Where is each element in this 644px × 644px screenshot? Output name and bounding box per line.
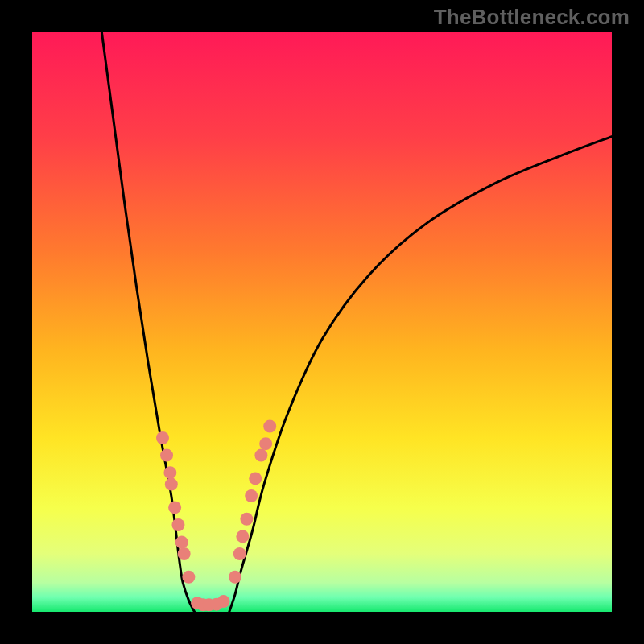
marker-cluster-left-dot [160, 449, 173, 462]
marker-cluster-left-dot [156, 431, 169, 444]
marker-cluster-left-dot [171, 518, 184, 531]
chart-frame: TheBottleneck.com [0, 0, 644, 644]
marker-cluster-right-dot [233, 547, 246, 560]
marker-cluster-left-dot [168, 501, 181, 514]
marker-cluster-right-dot [236, 530, 249, 543]
plot-area [32, 32, 612, 612]
marker-cluster-left-dot [165, 478, 178, 491]
marker-cluster-right-dot [240, 513, 253, 526]
marker-cluster-right-dot [263, 420, 276, 433]
marker-cluster-right-dot [229, 571, 242, 584]
marker-cluster-left-dot [163, 466, 176, 479]
marker-cluster-right-dot [254, 449, 267, 462]
marker-cluster-right-dot [245, 489, 258, 502]
right-curve [229, 137, 612, 612]
watermark-label: TheBottleneck.com [434, 5, 630, 30]
marker-cluster-right-dot [249, 472, 262, 485]
marker-bottom-dot [217, 595, 230, 608]
chart-svg [32, 32, 612, 612]
marker-cluster-right-dot [259, 437, 272, 450]
marker-cluster-left-dot [182, 571, 195, 584]
marker-cluster-left-dot [175, 536, 188, 549]
marker-cluster-left-dot [178, 547, 191, 560]
